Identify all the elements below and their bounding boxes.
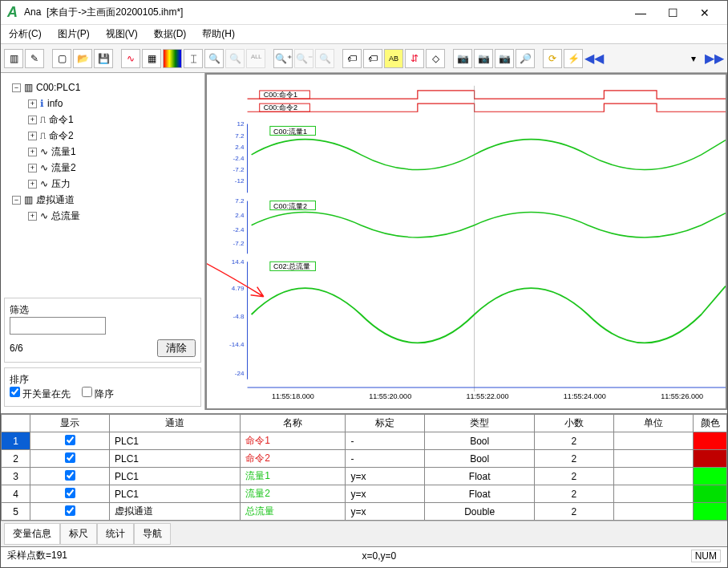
grid-icon[interactable]: ▦ xyxy=(142,49,161,68)
save-icon[interactable]: 💾 xyxy=(94,49,113,68)
table-header[interactable] xyxy=(2,415,30,432)
tree-item-total[interactable]: +∿ 总流量 xyxy=(7,208,198,224)
tree-item-flow2[interactable]: +∿ 流量2 xyxy=(7,160,198,176)
table-header[interactable]: 小数 xyxy=(534,415,613,432)
lightning-icon[interactable]: ⚡ xyxy=(564,49,583,68)
type-cell: Float xyxy=(425,485,535,503)
tree-item-info[interactable]: +ℹ info xyxy=(7,95,198,112)
color-cell[interactable] xyxy=(694,468,727,485)
cursor-icon[interactable]: ⌶ xyxy=(184,49,203,68)
menu-view[interactable]: 视图(V) xyxy=(106,27,138,41)
tree-root-virtual[interactable]: −▥ 虚拟通道 xyxy=(7,192,198,208)
unit-cell xyxy=(613,450,693,468)
table-row[interactable]: 1PLC1命令1-Bool2 xyxy=(2,432,727,450)
color-cell[interactable] xyxy=(694,450,727,468)
minimize-button[interactable]: — xyxy=(625,2,657,24)
svg-text:7.2: 7.2 xyxy=(235,132,245,140)
sort-switch-first[interactable]: 开关量在先 xyxy=(10,388,71,400)
status-left: 采样点数=191 xyxy=(7,549,67,562)
tab-ruler[interactable]: 标尺 xyxy=(60,523,97,545)
chart-pane[interactable]: C00:命令1 C00:命令2 12 7.2 2.4 -2.4 -7.2 -12… xyxy=(205,73,727,410)
svg-text:-12: -12 xyxy=(235,177,245,185)
table-header[interactable]: 名称 xyxy=(241,415,346,432)
svg-text:-2.4: -2.4 xyxy=(233,155,245,162)
layout-icon[interactable]: ▥ xyxy=(4,49,23,68)
tree-item-pressure[interactable]: +∿ 压力 xyxy=(7,176,198,192)
tree-item-flow1[interactable]: +∿ 流量1 xyxy=(7,144,198,160)
zoom-all-icon[interactable]: ᴬᴸᴸ xyxy=(246,49,265,68)
svg-text:11:55:18.000: 11:55:18.000 xyxy=(272,392,314,400)
menubar: 分析(C) 图片(P) 视图(V) 数据(D) 帮助(H) xyxy=(1,25,727,44)
sort-desc[interactable]: 降序 xyxy=(82,388,114,400)
table-header[interactable]: 颜色 xyxy=(694,415,727,432)
table-row[interactable]: 3PLC1流量1y=xFloat2 xyxy=(2,468,727,485)
row-number[interactable]: 5 xyxy=(2,503,30,521)
color-cell[interactable] xyxy=(694,432,727,450)
erase-icon[interactable]: ◇ xyxy=(426,49,445,68)
show-cell[interactable] xyxy=(30,468,110,485)
tree-item-cmd2[interactable]: +⎍ 命令2 xyxy=(7,128,198,144)
tag2-icon[interactable]: 🏷 xyxy=(363,49,382,68)
color-cell[interactable] xyxy=(694,503,727,521)
menu-analyze[interactable]: 分析(C) xyxy=(9,27,42,41)
svg-text:C02:总流量: C02:总流量 xyxy=(273,262,310,270)
show-cell[interactable] xyxy=(30,450,110,468)
palette-icon[interactable] xyxy=(163,49,182,68)
rewind-icon[interactable]: ◀◀ xyxy=(584,49,604,68)
table-header[interactable]: 显示 xyxy=(30,415,110,432)
bottom-tabs: 变量信息 标尺 统计 导航 xyxy=(1,521,727,546)
tree-root-plc1[interactable]: −▥ C00:PLC1 xyxy=(7,79,198,95)
compare-icon[interactable]: ⇵ xyxy=(405,49,424,68)
open-icon[interactable]: 📂 xyxy=(73,49,92,68)
refresh-icon[interactable]: ⟳ xyxy=(543,49,562,68)
table-header[interactable]: 单位 xyxy=(613,415,693,432)
table-header[interactable]: 类型 xyxy=(425,415,535,432)
tag1-icon[interactable]: 🏷 xyxy=(342,49,362,68)
menu-data[interactable]: 数据(D) xyxy=(154,27,187,41)
clear-button[interactable]: 清除 xyxy=(157,339,196,357)
tag-ab-icon[interactable]: AB xyxy=(384,49,403,68)
snap1-icon[interactable]: 📷 xyxy=(453,49,472,68)
svg-text:12: 12 xyxy=(237,120,245,128)
menu-image[interactable]: 图片(P) xyxy=(58,27,90,41)
row-number[interactable]: 3 xyxy=(2,468,30,485)
show-cell[interactable] xyxy=(30,503,110,521)
tab-nav[interactable]: 导航 xyxy=(134,523,171,545)
table-row[interactable]: 2PLC1命令2-Bool2 xyxy=(2,450,727,468)
show-cell[interactable] xyxy=(30,485,110,503)
table-row[interactable]: 5虚拟通道总流量y=xDouble2 xyxy=(2,503,727,521)
close-button[interactable]: ✕ xyxy=(689,2,721,24)
snap2-icon[interactable]: 📷 xyxy=(474,49,493,68)
tab-stats[interactable]: 统计 xyxy=(97,523,134,545)
forward-icon[interactable]: ▶▶ xyxy=(705,49,724,68)
tab-varinfo[interactable]: 变量信息 xyxy=(4,523,60,545)
table-header[interactable]: 通道 xyxy=(110,415,241,432)
search-icon[interactable]: 🔎 xyxy=(516,49,535,68)
row-number[interactable]: 1 xyxy=(2,432,30,450)
table-row[interactable]: 4PLC1流量2y=xFloat2 xyxy=(2,485,727,503)
svg-text:11:55:24.000: 11:55:24.000 xyxy=(564,392,606,400)
tree-item-cmd1[interactable]: +⎍ 命令1 xyxy=(7,112,198,128)
zoom-minus-icon[interactable]: 🔍⁻ xyxy=(294,49,313,68)
row-number[interactable]: 4 xyxy=(2,485,30,503)
toolbar: ▥ ✎ ▢ 📂 💾 ∿ ▦ ⌶ 🔍 🔍 ᴬᴸᴸ 🔍⁺ 🔍⁻ 🔍 🏷 🏷 AB ⇵… xyxy=(1,44,727,73)
dec-cell: 2 xyxy=(534,503,613,521)
edit-icon[interactable]: ✎ xyxy=(25,49,44,68)
zoom-reset-icon[interactable]: 🔍 xyxy=(315,49,334,68)
titlebar: A Ana [来自于->主画面20200105.ihm*] — ☐ ✕ xyxy=(1,1,727,25)
dropdown-icon[interactable]: ▾ xyxy=(684,49,703,68)
filter-input[interactable] xyxy=(10,317,106,335)
zoom-plus-icon[interactable]: 🔍⁺ xyxy=(273,49,293,68)
menu-help[interactable]: 帮助(H) xyxy=(202,27,235,41)
zoom-in-icon[interactable]: 🔍 xyxy=(204,49,224,68)
row-number[interactable]: 2 xyxy=(2,450,30,468)
wave-icon[interactable]: ∿ xyxy=(121,49,140,68)
new-icon[interactable]: ▢ xyxy=(52,49,71,68)
table-header[interactable]: 标定 xyxy=(346,415,425,432)
show-cell[interactable] xyxy=(30,432,110,450)
maximize-button[interactable]: ☐ xyxy=(657,2,689,24)
snap3-icon[interactable]: 📷 xyxy=(495,49,514,68)
zoom-out-icon[interactable]: 🔍 xyxy=(225,49,245,68)
color-cell[interactable] xyxy=(694,485,727,503)
svg-text:14.4: 14.4 xyxy=(232,258,245,266)
